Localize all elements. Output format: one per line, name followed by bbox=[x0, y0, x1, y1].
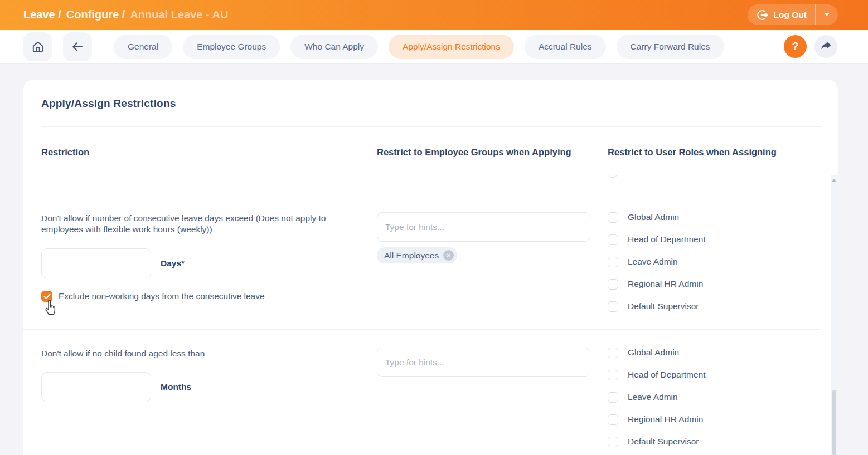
logout-button[interactable]: Log Out bbox=[748, 4, 815, 25]
employee-groups-cell: All Employees ✕ bbox=[377, 193, 608, 329]
role-checkbox[interactable] bbox=[608, 234, 618, 245]
exclude-nonworking-checkbox[interactable] bbox=[41, 291, 52, 302]
role-checkbox[interactable] bbox=[608, 301, 618, 312]
role-label: Head of Department bbox=[628, 234, 706, 244]
tab-who-can-apply[interactable]: Who Can Apply bbox=[290, 35, 378, 59]
role-checkbox[interactable] bbox=[608, 257, 618, 267]
days-label: Days* bbox=[161, 258, 185, 268]
tab-carry-forward-rules[interactable]: Carry Forward Rules bbox=[617, 35, 724, 59]
role-item-regional-hr-admin: Regional HR Admin bbox=[608, 414, 820, 425]
nav-bar: General Employee Groups Who Can Apply Ap… bbox=[0, 30, 868, 64]
tab-bar: General Employee Groups Who Can Apply Ap… bbox=[114, 35, 724, 59]
home-icon bbox=[31, 40, 45, 53]
home-button[interactable] bbox=[23, 32, 52, 61]
role-label: Regional HR Admin bbox=[628, 414, 703, 424]
role-item-global-admin: Global Admin bbox=[608, 347, 820, 358]
arrow-left-icon bbox=[71, 40, 84, 53]
role-label: Global Admin bbox=[628, 348, 679, 358]
role-item-leave-admin: Leave Admin bbox=[608, 392, 820, 403]
role-item-head-of-department: Head of Department bbox=[608, 234, 820, 245]
months-input[interactable] bbox=[41, 372, 151, 402]
role-checkbox[interactable] bbox=[608, 392, 618, 403]
column-header-user-roles: Restrict to User Roles when Assigning bbox=[608, 127, 838, 175]
scrollbar-track[interactable] bbox=[831, 175, 838, 455]
role-item-leave-admin: Leave Admin bbox=[608, 256, 820, 267]
tab-general[interactable]: General bbox=[114, 35, 172, 59]
restrictions-scroll-area[interactable]: Don't allow if number of consecutive lea… bbox=[23, 175, 838, 455]
role-checkbox[interactable] bbox=[608, 279, 618, 290]
role-item-default-supervisor: Default Supervisor bbox=[608, 301, 820, 312]
card-header: Apply/Assign Restrictions bbox=[23, 80, 838, 127]
logout-icon bbox=[757, 9, 769, 21]
role-label: Leave Admin bbox=[628, 257, 678, 267]
employee-groups-search-input[interactable] bbox=[377, 348, 590, 377]
share-button[interactable] bbox=[814, 35, 837, 58]
employee-groups-search-input[interactable] bbox=[377, 212, 590, 242]
scrollbar-thumb[interactable] bbox=[832, 390, 836, 455]
tab-accrual-rules[interactable]: Accrual Rules bbox=[525, 35, 606, 59]
logout-dropdown-button[interactable] bbox=[816, 4, 838, 25]
months-input-group: Months bbox=[41, 372, 377, 402]
role-label: Global Admin bbox=[628, 212, 679, 222]
breadcrumb-section[interactable]: Configure / bbox=[66, 8, 125, 21]
role-item-regional-hr-admin: Regional HR Admin bbox=[608, 278, 820, 290]
role-checkbox[interactable] bbox=[608, 212, 618, 223]
chevron-down-icon bbox=[823, 12, 830, 17]
days-input-group: Days* bbox=[41, 248, 377, 278]
nav-right-group: ? bbox=[763, 35, 837, 58]
chip-remove-button[interactable]: ✕ bbox=[443, 250, 454, 261]
scrollbar-up-arrow-icon[interactable] bbox=[832, 179, 836, 182]
breadcrumb-module[interactable]: Leave / bbox=[23, 8, 61, 21]
selected-group-chip: All Employees ✕ bbox=[377, 247, 457, 263]
restriction-label: Don't allow if number of consecutive lea… bbox=[41, 213, 334, 235]
nav-divider-right bbox=[774, 37, 774, 57]
days-input[interactable] bbox=[41, 248, 151, 278]
tab-employee-groups[interactable]: Employee Groups bbox=[183, 35, 280, 59]
help-button[interactable]: ? bbox=[784, 35, 807, 58]
breadcrumb-page: Annual Leave - AU bbox=[130, 8, 228, 21]
page-title: Apply/Assign Restrictions bbox=[41, 97, 176, 110]
restriction-row-consecutive-days: Don't allow if number of consecutive lea… bbox=[23, 193, 820, 330]
role-item-head-of-department: Head of Department bbox=[608, 369, 820, 380]
exclude-nonworking-label: Exclude non-working days from the consec… bbox=[59, 291, 265, 301]
role-item-default-supervisor: Default Supervisor bbox=[608, 436, 820, 447]
user-roles-cell: Global Admin Head of Department Leave Ad… bbox=[608, 193, 820, 329]
role-checkbox[interactable] bbox=[608, 414, 618, 425]
exclude-nonworking-row: Exclude non-working days from the consec… bbox=[41, 291, 377, 302]
restriction-row-child-age: Don't allow if no child found aged less … bbox=[23, 330, 820, 455]
months-label: Months bbox=[161, 382, 191, 392]
close-icon: ✕ bbox=[447, 252, 451, 258]
role-checkbox[interactable] bbox=[608, 370, 618, 380]
partial-row-above bbox=[23, 175, 820, 193]
employee-groups-cell bbox=[377, 330, 608, 455]
settings-card: Apply/Assign Restrictions Restriction Re… bbox=[23, 80, 838, 455]
checkmark-icon bbox=[43, 293, 51, 300]
restriction-label: Don't allow if no child found aged less … bbox=[41, 348, 334, 359]
nav-divider-left bbox=[103, 37, 103, 57]
logout-control: Log Out bbox=[748, 4, 838, 25]
role-label: Leave Admin bbox=[628, 392, 678, 402]
role-label: Default Supervisor bbox=[628, 437, 699, 447]
user-roles-cell: Global Admin Head of Department Leave Ad… bbox=[608, 330, 820, 455]
top-bar: Leave / Configure / Annual Leave - AU Lo… bbox=[0, 0, 868, 30]
partial-checkbox bbox=[609, 175, 617, 178]
role-label: Regional HR Admin bbox=[628, 279, 703, 289]
question-mark-icon: ? bbox=[792, 40, 798, 53]
role-checkbox[interactable] bbox=[608, 437, 618, 447]
column-header-restriction: Restriction bbox=[23, 127, 377, 175]
column-header-employee-groups: Restrict to Employee Groups when Applyin… bbox=[377, 127, 608, 175]
back-button[interactable] bbox=[63, 32, 92, 61]
share-forward-icon bbox=[820, 41, 832, 52]
role-label: Head of Department bbox=[628, 370, 706, 380]
chip-label: All Employees bbox=[384, 251, 439, 261]
restriction-cell: Don't allow if number of consecutive lea… bbox=[23, 193, 377, 329]
tab-apply-assign-restrictions[interactable]: Apply/Assign Restrictions bbox=[389, 35, 514, 59]
breadcrumb: Leave / Configure / Annual Leave - AU bbox=[23, 8, 228, 21]
role-label: Default Supervisor bbox=[628, 301, 699, 311]
logout-label: Log Out bbox=[774, 10, 807, 20]
role-item-global-admin: Global Admin bbox=[608, 212, 820, 223]
role-checkbox[interactable] bbox=[608, 348, 618, 358]
column-headers: Restriction Restrict to Employee Groups … bbox=[23, 127, 838, 175]
restriction-cell: Don't allow if no child found aged less … bbox=[23, 330, 377, 455]
